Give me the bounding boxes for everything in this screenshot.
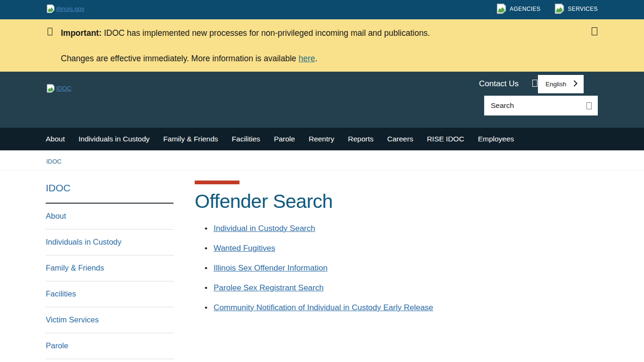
idoc-logo-link[interactable]: IDOC (47, 84, 72, 93)
list-item: Wanted Fugitives (195, 243, 581, 254)
alert-line2-text: Changes are effective immediately. More … (61, 54, 298, 63)
nav-item: RISE IDOC (427, 135, 464, 143)
sidebar-item: Parole (46, 333, 173, 359)
nav-item: Facilities (232, 135, 260, 143)
dismiss-alert-button[interactable] (592, 27, 597, 37)
nav-item: Employees (478, 135, 514, 143)
alert-message-text: IDOC has implemented new processes for n… (102, 28, 430, 38)
sidebar-link[interactable]: Family & Friends (46, 255, 173, 281)
list-item: Parolee Sex Registrant Search (195, 283, 581, 293)
nav-item: Reentry (309, 135, 334, 143)
breadcrumb-item: IDOC (46, 157, 644, 165)
sidebar-list: About Individuals in Custody Family & Fr… (46, 204, 173, 359)
sidebar-item: Individuals in Custody (46, 230, 173, 255)
alert-info-icon (48, 28, 52, 35)
primary-nav: About Individuals in Custody Family & Fr… (0, 128, 644, 150)
sidebar-link[interactable]: Individuals in Custody (46, 230, 173, 255)
site-header: IDOC Contact Us English (0, 72, 644, 128)
alert-line2-period: . (315, 54, 317, 63)
nav-item: Parole (274, 135, 295, 143)
nav-link[interactable]: RISE IDOC (427, 135, 464, 143)
offender-search-link[interactable]: Community Notification of Individual in … (214, 303, 433, 312)
nav-link[interactable]: Reports (348, 135, 373, 143)
list-item: Illinois Sex Offender Information (195, 263, 581, 273)
nav-link[interactable]: Family & Friends (163, 135, 218, 143)
broken-image-icon (554, 3, 564, 14)
nav-link[interactable]: Parole (274, 135, 295, 143)
offender-search-link[interactable]: Wanted Fugitives (214, 244, 275, 253)
services-label: SERVICES (568, 6, 598, 12)
offender-search-link[interactable]: Individual in Custody Search (214, 224, 315, 233)
alert-message-line-2: Changes are effective immediately. More … (61, 53, 317, 64)
close-icon (592, 27, 597, 35)
sidebar-link[interactable]: Victim Services (46, 307, 173, 333)
sidebar-item: Victim Services (46, 307, 173, 333)
nav-link[interactable]: Reentry (309, 135, 334, 143)
nav-link[interactable]: Employees (478, 135, 514, 143)
agencies-label: AGENCIES (510, 6, 540, 12)
nav-item: Family & Friends (163, 135, 218, 143)
idoc-logo-alt-text: IDOC (56, 85, 72, 92)
sidebar-item: Facilities (46, 281, 173, 307)
topbar-links: AGENCIES SERVICES (496, 3, 598, 14)
sidebar-item: Family & Friends (46, 255, 173, 281)
nav-link[interactable]: Careers (387, 135, 413, 143)
offender-search-links: Individual in Custody Search Wanted Fugi… (195, 223, 581, 313)
sidebar-link[interactable]: About (46, 204, 173, 229)
government-topbar: illinois.gov AGENCIES SERVICES (0, 0, 644, 19)
language-label: English (545, 81, 566, 88)
search-glyph (586, 102, 592, 109)
chevron-right-icon (573, 80, 578, 88)
search-icon[interactable] (586, 102, 592, 109)
sidebar-item: About (46, 204, 173, 230)
broken-image-icon (47, 4, 55, 13)
nav-item: Reports (348, 135, 373, 143)
language-selector[interactable]: English (538, 75, 584, 93)
sidebar-title-link[interactable]: IDOC (46, 181, 173, 204)
breadcrumb-link[interactable]: IDOC (46, 158, 62, 165)
illinois-gov-alt-text: illinois.gov (56, 5, 84, 12)
offender-search-link[interactable]: Parolee Sex Registrant Search (214, 283, 323, 292)
search-input[interactable] (491, 101, 586, 110)
important-alert-banner: Important: IDOC has implemented new proc… (0, 19, 644, 72)
list-item: Community Notification of Individual in … (195, 303, 581, 313)
contact-us-link[interactable]: Contact Us (479, 79, 519, 89)
site-search (484, 96, 598, 115)
page-title: Offender Search (195, 190, 581, 213)
agencies-link[interactable]: AGENCIES (496, 3, 540, 14)
nav-item: Careers (387, 135, 413, 143)
nav-link[interactable]: About (46, 135, 65, 143)
alert-message-line-1: Important: IDOC has implemented new proc… (61, 28, 430, 38)
list-item: Individual in Custody Search (195, 223, 581, 234)
alert-important-prefix: Important: (61, 28, 102, 38)
section-sidebar: IDOC About Individuals in Custody Family… (46, 181, 173, 359)
more-information-link[interactable]: here (298, 54, 315, 63)
broken-image-icon (47, 84, 55, 93)
offender-search-link[interactable]: Illinois Sex Offender Information (214, 263, 328, 272)
nav-item: About (46, 135, 65, 143)
nav-link[interactable]: Individuals in Custody (79, 135, 150, 143)
illinois-gov-logo-link[interactable]: illinois.gov (47, 4, 84, 13)
nav-link[interactable]: Facilities (232, 135, 260, 143)
breadcrumb: IDOC (0, 150, 644, 171)
main-content: Offender Search Individual in Custody Se… (195, 181, 581, 322)
globe-icon (532, 80, 537, 87)
broken-image-icon (496, 3, 506, 14)
accent-bar (195, 181, 239, 184)
sidebar-link[interactable]: Facilities (46, 281, 173, 307)
services-link[interactable]: SERVICES (554, 3, 598, 14)
sidebar-link[interactable]: Parole (46, 333, 173, 359)
nav-item: Individuals in Custody (79, 135, 150, 143)
